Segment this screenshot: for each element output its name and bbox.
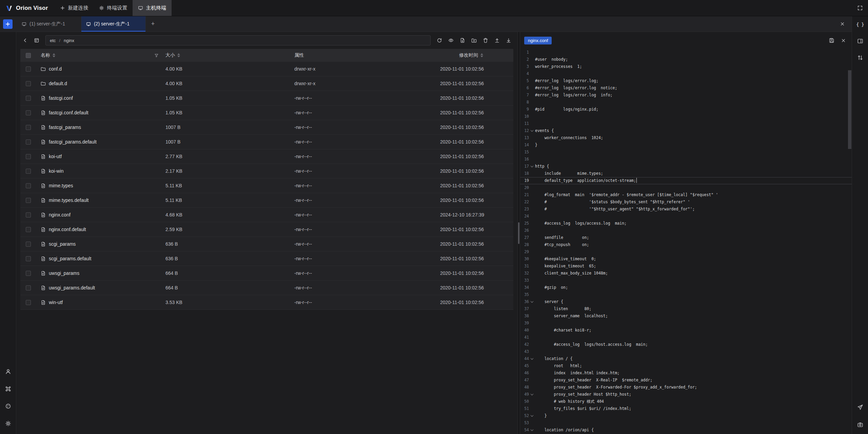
code-line[interactable]: 1 <box>520 49 852 56</box>
menu-new-connection[interactable]: 新建连接 <box>55 0 94 16</box>
code-text[interactable]: default_type application/octet-stream; <box>535 177 852 184</box>
code-line[interactable]: 41 <box>520 334 852 341</box>
row-checkbox[interactable] <box>20 212 36 218</box>
row-checkbox[interactable] <box>20 125 36 130</box>
table-row[interactable]: nginx.conf.default2.59 KB-rw-r--r--2020-… <box>20 222 513 237</box>
column-header-name[interactable]: 名称 <box>36 52 163 58</box>
row-checkbox[interactable] <box>20 300 36 305</box>
code-line[interactable]: 52 } <box>520 412 852 419</box>
file-name-cell[interactable]: mime.types.default <box>36 197 163 203</box>
code-line[interactable]: 4 <box>520 70 852 77</box>
keyboard-shortcuts-button[interactable] <box>3 384 13 394</box>
code-line[interactable]: 43 <box>520 348 852 355</box>
breadcrumb-segment-nginx[interactable]: nginx <box>64 38 74 43</box>
code-text[interactable]: #access_log logs/access.log main; <box>535 220 852 227</box>
file-name-cell[interactable]: koi-win <box>36 168 163 174</box>
code-line[interactable]: 15 <box>520 149 852 156</box>
code-text[interactable] <box>535 213 852 220</box>
row-checkbox[interactable] <box>20 198 36 203</box>
list-view-button[interactable] <box>32 36 41 45</box>
filter-funnel-icon[interactable] <box>154 53 159 58</box>
table-row[interactable]: fastcgi.conf.default1.05 KB-rw-r--r--202… <box>20 106 513 120</box>
code-line[interactable]: 14} <box>520 141 852 149</box>
code-text[interactable] <box>535 156 852 163</box>
code-text[interactable] <box>535 99 852 106</box>
row-checkbox[interactable] <box>20 169 36 174</box>
table-row[interactable]: uwsgi_params.default664 B-rw-r--r--2020-… <box>20 281 513 295</box>
table-row[interactable]: fastcgi_params1007 B-rw-r--r--2020-11-01… <box>20 120 513 135</box>
table-row[interactable]: koi-win2.17 KB-rw-r--r--2020-11-01 10:02… <box>20 164 513 178</box>
file-name-cell[interactable]: fastcgi_params.default <box>36 139 163 145</box>
code-text[interactable] <box>535 149 852 156</box>
column-header-size[interactable]: 大小 <box>163 52 292 58</box>
code-text[interactable] <box>535 291 852 298</box>
file-name-cell[interactable]: scgi_params <box>36 241 163 247</box>
code-line[interactable]: 11 <box>520 120 852 127</box>
code-text[interactable] <box>535 227 852 234</box>
fullscreen-button[interactable] <box>852 0 868 16</box>
file-name-cell[interactable]: fastcgi.conf <box>36 95 163 101</box>
code-line[interactable]: 46 index index.html index.htm; <box>520 370 852 377</box>
code-text[interactable]: root html; <box>535 362 852 370</box>
code-line[interactable]: 16 <box>520 156 852 163</box>
new-terminal-button[interactable] <box>3 19 13 29</box>
code-text[interactable]: #error_log logs/error.log notice; <box>535 84 852 92</box>
code-line[interactable]: 25 #access_log logs/access.log main; <box>520 220 852 227</box>
code-text[interactable]: # '"$http_user_agent" "$http_x_forwarded… <box>535 206 852 213</box>
close-editor-button[interactable] <box>839 36 848 45</box>
file-name-cell[interactable]: nginx.conf.default <box>36 227 163 232</box>
panel-layout-button[interactable] <box>855 36 865 46</box>
code-line[interactable]: 37 listen 80; <box>520 305 852 313</box>
refresh-button[interactable] <box>435 36 444 45</box>
breadcrumb-segment-etc[interactable]: etc <box>50 38 56 43</box>
row-checkbox[interactable] <box>20 271 36 276</box>
code-text[interactable]: proxy_set_header X-Forwarded-For $proxy_… <box>535 384 852 391</box>
code-text[interactable]: #tcp_nopush on; <box>535 241 852 248</box>
path-breadcrumb[interactable]: etc / nginx <box>45 35 431 45</box>
code-line[interactable]: 2#user nobody; <box>520 56 852 63</box>
fold-chevron-icon[interactable] <box>529 298 535 305</box>
column-header-attrs[interactable]: 属性 <box>292 52 437 58</box>
code-line[interactable]: 10 <box>520 113 852 120</box>
fold-chevron-icon[interactable] <box>529 127 535 134</box>
code-line[interactable]: 53 <box>520 419 852 427</box>
close-all-tabs-button[interactable] <box>837 19 847 29</box>
code-line[interactable]: 35 <box>520 291 852 298</box>
code-line[interactable]: 40 #charset koi8-r; <box>520 327 852 334</box>
code-line[interactable]: 42 #access_log logs/host.access.log main… <box>520 341 852 348</box>
row-checkbox[interactable] <box>20 81 36 86</box>
file-name-cell[interactable]: scgi_params.default <box>36 256 163 261</box>
delete-button[interactable] <box>481 36 490 45</box>
screenshot-button[interactable] <box>855 420 865 430</box>
code-line[interactable]: 30 #keepalive_timeout 0; <box>520 256 852 263</box>
editor-scrollbar[interactable] <box>848 70 851 149</box>
code-text[interactable] <box>535 277 852 284</box>
code-text[interactable]: #log_format main '$remote_addr - $remote… <box>535 191 852 199</box>
row-checkbox[interactable] <box>20 67 36 72</box>
code-text[interactable]: #gzip on; <box>535 284 852 291</box>
code-text[interactable]: #charset koi8-r; <box>535 327 852 334</box>
code-line[interactable]: 23 # '"$http_user_agent" "$http_x_forwar… <box>520 206 852 213</box>
code-line[interactable]: 32 client_max_body_size 1048m; <box>520 270 852 277</box>
table-row[interactable]: fastcgi.conf1.05 KB-rw-r--r--2020-11-01 … <box>20 91 513 106</box>
file-name-cell[interactable]: win-utf <box>36 300 163 305</box>
row-checkbox[interactable] <box>20 242 36 247</box>
table-row[interactable]: nginx.conf4.68 KB-rw-r--r--2024-12-10 16… <box>20 208 513 222</box>
row-checkbox[interactable] <box>20 96 36 101</box>
code-line[interactable]: 24 <box>520 213 852 220</box>
file-name-cell[interactable]: fastcgi.conf.default <box>36 110 163 115</box>
code-line[interactable]: 8 <box>520 99 852 106</box>
row-checkbox[interactable] <box>20 285 36 290</box>
code-text[interactable] <box>535 184 852 191</box>
code-line[interactable]: 3worker_processes 1; <box>520 63 852 70</box>
code-text[interactable] <box>535 70 852 77</box>
code-text[interactable] <box>535 113 852 120</box>
code-line[interactable]: 27 sendfile on; <box>520 234 852 241</box>
code-text[interactable]: worker_processes 1; <box>535 63 852 70</box>
add-tab-button[interactable]: + <box>148 19 158 29</box>
code-text[interactable] <box>535 120 852 127</box>
table-row[interactable]: uwsgi_params664 B-rw-r--r--2020-11-01 10… <box>20 266 513 281</box>
code-text[interactable]: client_max_body_size 1048m; <box>535 270 852 277</box>
code-line[interactable]: 38 server_name localhost; <box>520 313 852 320</box>
code-text[interactable]: keepalive_timeout 65; <box>535 263 852 270</box>
